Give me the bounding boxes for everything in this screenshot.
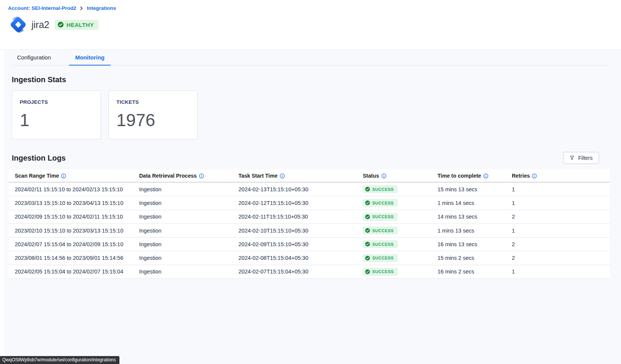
info-icon[interactable] <box>381 173 386 178</box>
cell-retries: 1 <box>512 269 610 275</box>
cell-task-start-time: 2024-02-09T15:15:10+05:30 <box>238 241 363 247</box>
cell-task-start-time: 2024-02-12T15:15:10+05:30 <box>238 200 363 206</box>
cell-data-retrieval-process: Ingestion <box>139 241 238 247</box>
status-badge-label: SUCCESS <box>372 228 394 233</box>
cell-time-to-complete: 1 mins 13 secs <box>438 228 512 234</box>
column-header-data-retrieval-process: Data Retrieval Process <box>139 173 238 179</box>
status-badge: SUCCESS <box>363 199 398 207</box>
cell-retries: 2 <box>512 241 610 247</box>
table-row[interactable]: 2024/02/05 15:15:04 to 2024/02/07 15:15:… <box>9 265 610 279</box>
info-icon[interactable] <box>199 173 204 178</box>
cell-data-retrieval-process: Ingestion <box>139 200 238 206</box>
status-badge: SUCCESS <box>363 268 398 276</box>
health-status-badge: HEALTHY <box>55 20 99 30</box>
check-circle-icon <box>365 269 370 274</box>
cell-status: SUCCESS <box>363 254 438 262</box>
column-header-status: Status <box>363 173 438 179</box>
cell-status: SUCCESS <box>363 185 438 193</box>
cell-time-to-complete: 16 mins 13 secs <box>438 241 512 247</box>
table-row[interactable]: 2023/03/13 15:15:10 to 2023/04/13 15:15:… <box>9 196 610 210</box>
check-circle-icon <box>365 214 370 219</box>
check-circle-icon <box>365 200 370 205</box>
check-circle-icon <box>365 256 370 261</box>
status-badge: SUCCESS <box>363 254 398 262</box>
cell-task-start-time: 2024-02-10T15:15:10+05:30 <box>238 228 363 234</box>
column-header-retries: Retries <box>512 173 610 179</box>
cell-scan-range-time: 2024/02/09 15:15:10 to 2024/02/11 15:15:… <box>15 214 139 220</box>
tab-monitoring[interactable]: Monitoring <box>69 50 110 66</box>
table-row[interactable]: 2023/08/01 15:14:56 to 2023/09/01 15:14:… <box>9 251 610 265</box>
table-row[interactable]: 2024/02/07 15:15:04 to 2024/02/09 15:15:… <box>9 237 610 251</box>
cell-time-to-complete: 15 mins 2 secs <box>438 255 512 261</box>
column-header-label: Time to complete <box>438 173 481 179</box>
main-content: ConfigurationMonitoring Ingestion Stats … <box>4 50 621 364</box>
tab-bar: ConfigurationMonitoring <box>12 50 610 66</box>
cell-status: SUCCESS <box>363 227 438 234</box>
status-badge: SUCCESS <box>363 227 398 234</box>
cell-retries: 2 <box>512 214 610 220</box>
health-status-label: HEALTHY <box>66 22 94 28</box>
info-icon[interactable] <box>532 173 537 178</box>
cell-time-to-complete: 1 mins 14 secs <box>438 200 512 206</box>
filters-button[interactable]: Filters <box>563 152 599 164</box>
column-header-scan-range-time: Scan Range Time <box>15 173 139 179</box>
cell-data-retrieval-process: Ingestion <box>139 269 238 275</box>
info-icon[interactable] <box>61 173 66 178</box>
filters-button-label: Filters <box>578 155 593 161</box>
cell-data-retrieval-process: Ingestion <box>139 186 238 192</box>
status-badge-label: SUCCESS <box>372 214 394 219</box>
stat-card-tickets: TICKETS1976 <box>108 91 198 139</box>
table-row[interactable]: 2024/02/09 15:15:10 to 2024/02/11 15:15:… <box>9 210 610 224</box>
status-badge-label: SUCCESS <box>372 242 394 247</box>
table-row[interactable]: 2024/02/11 15:15:10 to 2024/02/13 15:15:… <box>9 183 610 196</box>
ingestion-logs-table: Scan Range TimeData Retrieval ProcessTas… <box>9 169 610 279</box>
cell-scan-range-time: 2024/02/07 15:15:04 to 2024/02/09 15:15:… <box>15 241 139 247</box>
filter-funnel-icon <box>569 155 575 161</box>
cell-data-retrieval-process: Ingestion <box>139 228 238 234</box>
cell-status: SUCCESS <box>363 199 438 207</box>
column-header-label: Task Start Time <box>238 173 278 179</box>
cell-scan-range-time: 2023/02/10 15:15:10 to 2023/03/13 15:15:… <box>15 228 139 234</box>
column-header-time-to-complete: Time to complete <box>438 173 512 179</box>
cell-data-retrieval-process: Ingestion <box>139 214 238 220</box>
status-badge: SUCCESS <box>363 185 398 193</box>
stat-card-value: 1976 <box>116 110 190 130</box>
table-header-row: Scan Range TimeData Retrieval ProcessTas… <box>9 169 610 183</box>
info-icon[interactable] <box>280 173 285 178</box>
cell-scan-range-time: 2024/02/11 15:15:10 to 2024/02/13 15:15:… <box>15 186 139 192</box>
status-badge-label: SUCCESS <box>372 269 394 274</box>
column-header-label: Retries <box>512 173 530 179</box>
status-badge: SUCCESS <box>363 213 398 221</box>
cell-time-to-complete: 15 mins 13 secs <box>438 186 512 192</box>
cell-status: SUCCESS <box>363 268 438 276</box>
column-header-label: Status <box>363 173 379 179</box>
stat-cards: PROJECTS1TICKETS1976 <box>12 91 621 139</box>
cell-data-retrieval-process: Ingestion <box>139 255 238 261</box>
breadcrumb-account-link[interactable]: Account: SEI-Internal-Prod2 <box>8 5 76 11</box>
cell-time-to-complete: 16 mins 2 secs <box>438 269 512 275</box>
column-header-label: Scan Range Time <box>15 173 59 179</box>
cell-time-to-complete: 14 mins 13 secs <box>438 214 512 220</box>
cell-retries: 2 <box>512 255 610 261</box>
integration-title: jira2 <box>31 19 49 30</box>
table-row[interactable]: 2023/02/10 15:15:10 to 2023/03/13 15:15:… <box>9 224 610 237</box>
ingestion-logs-heading: Ingestion Logs <box>12 154 66 162</box>
check-circle-icon <box>365 187 370 192</box>
stat-card-value: 1 <box>20 110 93 130</box>
check-circle-icon <box>365 242 370 247</box>
cell-retries: 1 <box>512 200 610 206</box>
info-icon[interactable] <box>483 173 488 178</box>
integration-title-row: jira2 HEALTHY <box>8 15 621 34</box>
cell-retries: 1 <box>512 228 610 234</box>
stat-card-label: PROJECTS <box>20 99 93 105</box>
column-header-label: Data Retrieval Process <box>139 173 197 179</box>
cell-scan-range-time: 2024/02/05 15:15:04 to 2024/02/07 15:15:… <box>15 269 139 275</box>
check-circle-icon <box>365 228 370 233</box>
cell-status: SUCCESS <box>363 240 438 248</box>
chevron-right-icon <box>80 6 83 10</box>
status-badge-label: SUCCESS <box>372 256 394 260</box>
browser-status-url: QwqOSllWp9ob7w/module/sei/configuration/… <box>0 356 119 364</box>
ingestion-logs-header-row: Ingestion Logs Filters <box>12 152 599 164</box>
breadcrumb-integrations-link[interactable]: Integrations <box>87 5 116 11</box>
tab-configuration[interactable]: Configuration <box>12 50 56 66</box>
